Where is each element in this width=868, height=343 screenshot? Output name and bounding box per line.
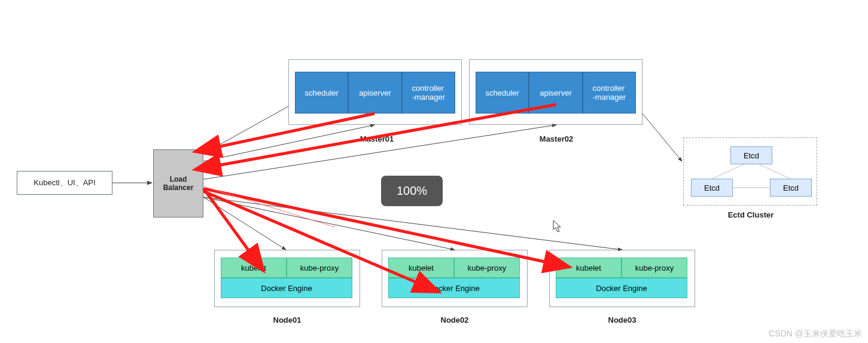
- zoom-value: 100%: [397, 184, 427, 197]
- watermark: CSDN @玉米侠爱吃玉米: [769, 329, 862, 339]
- master02-box: scheduler apiserver controller -manager: [469, 59, 642, 125]
- node03-box: kubelet kube-proxy Docker Engine: [549, 250, 695, 307]
- lb-line1: Load: [170, 175, 187, 183]
- node02-kubeproxy: kube-proxy: [454, 258, 520, 278]
- zoom-toast: 100%: [381, 176, 443, 206]
- svg-line-8: [203, 197, 286, 250]
- cursor-icon: [553, 220, 562, 233]
- svg-line-4: [203, 125, 374, 161]
- master02-controller: controller -manager: [583, 72, 636, 114]
- svg-line-5: [205, 106, 288, 153]
- etcd-cluster-label: Ectd Cluster: [721, 210, 781, 219]
- lb-line2: Balancer: [163, 183, 194, 192]
- svg-line-1: [759, 164, 790, 179]
- master01-scheduler: scheduler: [295, 72, 348, 114]
- node01-kubelet: kubelet: [221, 258, 287, 278]
- node02-label: Node02: [434, 316, 476, 324]
- etcd-left: Etcd: [691, 179, 733, 197]
- master01-box: scheduler apiserver controller -manager: [288, 59, 462, 125]
- master02-apiserver: apiserver: [529, 72, 582, 114]
- node02-box: kubelet kube-proxy Docker Engine: [382, 250, 528, 307]
- svg-line-18: [203, 186, 335, 227]
- svg-line-9: [205, 200, 286, 250]
- etcd-right: Etcd: [770, 179, 812, 197]
- master01-label: Master01: [353, 134, 401, 143]
- node02-kubelet: kubelet: [388, 258, 454, 278]
- etcd-cluster-box: Etcd Etcd Etcd: [683, 137, 817, 206]
- svg-line-0: [712, 164, 744, 179]
- node03-docker: Docker Engine: [556, 278, 687, 298]
- node03-kubeproxy: kube-proxy: [622, 258, 687, 278]
- node01-kubeproxy: kube-proxy: [287, 258, 352, 278]
- node01-box: kubelet kube-proxy Docker Engine: [214, 250, 360, 307]
- master01-apiserver: apiserver: [348, 72, 401, 114]
- client-box: Kubectl、UI、API: [17, 171, 112, 195]
- client-label: Kubectl、UI、API: [33, 177, 95, 188]
- master02-scheduler: scheduler: [476, 72, 529, 114]
- master02-label: Master02: [532, 134, 580, 143]
- master01-controller: controller -manager: [402, 72, 455, 114]
- node03-label: Node03: [601, 316, 643, 324]
- node01-docker: Docker Engine: [221, 278, 352, 298]
- svg-line-6: [203, 125, 556, 179]
- etcd-top: Etcd: [730, 146, 772, 164]
- node03-kubelet: kubelet: [556, 258, 622, 278]
- node01-label: Node01: [266, 316, 308, 324]
- node02-docker: Docker Engine: [388, 278, 520, 298]
- load-balancer-box: Load Balancer: [153, 149, 203, 218]
- svg-line-7: [642, 114, 682, 161]
